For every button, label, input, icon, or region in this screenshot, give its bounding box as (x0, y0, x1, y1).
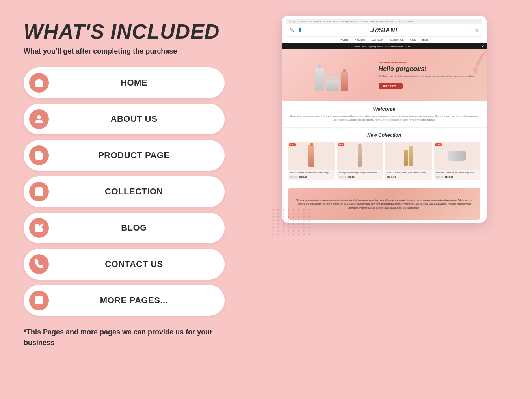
sale-badge-2: Sale (338, 143, 344, 146)
collection-section: New Collection Sale Natural oils for opt… (282, 128, 487, 185)
nav-link-contact[interactable]: Contact Us (390, 38, 404, 41)
product-name-3: Eau De Valley flower pink Parfume bottle (387, 172, 430, 175)
product-prices-2: $100.00 $80.00 (339, 176, 381, 178)
quote-text: "Beauty and cosmetic products are more t… (296, 198, 472, 210)
promo-bar: x Enjoy FREE shipping within US for orde… (282, 43, 487, 49)
product-card-4[interactable]: Sale Moisture, softening and smoothing H… (434, 142, 481, 180)
product-grid: Sale Natural oils for optimal moisturize… (288, 142, 480, 180)
collection-title: New Collection (288, 132, 480, 138)
product-name-2: Beauty daily use light weight foundation (339, 172, 381, 175)
product-info-3: Eau De Valley flower pink Parfume bottle… (385, 170, 432, 180)
cart-icon[interactable]: 🛍 (475, 28, 479, 32)
product-prices-3: $148.00 (387, 176, 430, 178)
price-old-4: $200.00 (436, 176, 443, 178)
promo-close-button[interactable]: ✕ (481, 45, 485, 48)
footer-note: *This Pages and more pages we can provid… (24, 327, 225, 348)
search-icon[interactable]: 🔍 (290, 28, 294, 32)
menu-item-more[interactable]: MORE PAGES... (24, 285, 225, 316)
browser-bar: → Up to 50% off → Ship to us and canada … (282, 16, 487, 43)
menu-item-about[interactable]: ABOUT US (24, 104, 225, 134)
product-info-4: Moisture, softening and smoothing Hair $… (434, 170, 481, 180)
shop-now-button[interactable]: SHOP NOW → (379, 83, 403, 89)
right-panel: → Up to 50% off → Ship to us and canada … (244, 0, 532, 399)
welcome-text: Share information about your brand with … (290, 114, 479, 122)
product-visual (315, 59, 348, 91)
plus-icon (29, 291, 49, 310)
nav-link-blog[interactable]: Blog (422, 38, 428, 41)
product-img-2: Sale (337, 142, 383, 170)
document-icon (29, 145, 49, 165)
price-old-1: $180.00 (290, 176, 297, 178)
menu-label-collection: COLLECTION (55, 186, 213, 197)
nav-bar: 🔍 👤 JɑSIANE ♡ 🛍 (286, 24, 482, 36)
nav-links: Home Products Our Story Contact Us Faqs … (286, 36, 482, 43)
product-name-4: Moisture, softening and smoothing Hair (436, 172, 479, 175)
ticker-bar: → Up to 50% off → Ship to us and canada … (286, 19, 482, 24)
home-icon (29, 73, 49, 93)
nav-icons-left: 🔍 👤 (290, 28, 302, 32)
nav-icons-right: ♡ 🛍 (468, 28, 479, 32)
product-img-4: Sale (434, 142, 481, 170)
menu-label-product: PRODUCT PAGE (55, 150, 213, 160)
product-info-1: Natural oils for optimal moisturizes bod… (288, 170, 335, 180)
subtitle: What you'll get after completing the pur… (24, 47, 225, 56)
sale-badge-1: Sale (289, 143, 296, 146)
menu-item-product[interactable]: PRODUCT PAGE (24, 140, 225, 171)
price-new-2: $80.00 (348, 176, 355, 178)
product-card-1[interactable]: Sale Natural oils for optimal moisturize… (288, 142, 335, 180)
user-icon (29, 109, 49, 129)
svg-point-0 (37, 116, 41, 119)
product-info-2: Beauty daily use light weight foundation… (337, 170, 383, 180)
menu-item-blog[interactable]: BLOG (24, 213, 225, 243)
price-new-1: $130.00 (299, 176, 307, 178)
menu-list: HOME ABOUT US PRODUCT PAGE COLLECTION (24, 67, 225, 316)
hero-text: The Best Deals Now! Hello gorgeous! Be b… (375, 61, 480, 89)
nav-link-home[interactable]: Home (340, 38, 348, 41)
menu-item-home[interactable]: HOME (24, 67, 225, 98)
nav-link-faqs[interactable]: Faqs (410, 38, 416, 41)
menu-item-collection[interactable]: COLLECTION (24, 176, 225, 207)
main-title: WHAT'S INCLUDED (24, 20, 225, 43)
product-name-1: Natural oils for optimal moisturizes bod… (290, 172, 333, 175)
edit-icon (29, 218, 49, 238)
product-prices-4: $200.00 $180.00 (436, 176, 479, 178)
product-prices-1: $180.00 $130.00 (290, 176, 333, 178)
menu-label-about: ABOUT US (55, 114, 213, 124)
browser-mockup: → Up to 50% off → Ship to us and canada … (282, 16, 487, 223)
welcome-section: Welcome Share information about your bra… (282, 101, 487, 128)
nav-link-products[interactable]: Products (355, 38, 366, 41)
menu-label-home: HOME (55, 78, 213, 88)
sale-badge-4: Sale (435, 143, 442, 146)
palm-deco-right (465, 49, 487, 77)
profile-icon[interactable]: 👤 (298, 28, 302, 32)
welcome-title: Welcome (290, 106, 479, 112)
menu-item-contact[interactable]: CONTACT US (24, 249, 225, 280)
bag-icon (29, 182, 49, 201)
quote-section: "Beauty and cosmetic products are more t… (288, 188, 480, 220)
hero-products (288, 59, 375, 91)
promo-text: Enjoy FREE shipping within US for orders… (354, 45, 411, 48)
nav-link-ourstory[interactable]: Our Story (372, 38, 383, 41)
left-panel: WHAT'S INCLUDED What you'll get after co… (0, 0, 244, 399)
hero-section: The Best Deals Now! Hello gorgeous! Be b… (282, 49, 487, 101)
price-old-2: $100.00 (339, 176, 346, 178)
price-new-3: $148.00 (387, 176, 396, 178)
price-new-4: $180.00 (445, 176, 454, 178)
product-card-2[interactable]: Sale Beauty daily use light weight found… (337, 142, 383, 180)
wishlist-icon[interactable]: ♡ (468, 28, 472, 32)
menu-label-contact: CONTACT US (55, 259, 213, 269)
product-img-3 (385, 142, 432, 170)
product-img-1: Sale (288, 142, 335, 170)
brand-name: JɑSIANE (370, 26, 400, 34)
menu-label-more: MORE PAGES... (55, 295, 213, 306)
menu-label-blog: BLOG (55, 223, 213, 233)
product-card-3[interactable]: Eau De Valley flower pink Parfume bottle… (385, 142, 432, 180)
phone-icon (29, 254, 49, 274)
